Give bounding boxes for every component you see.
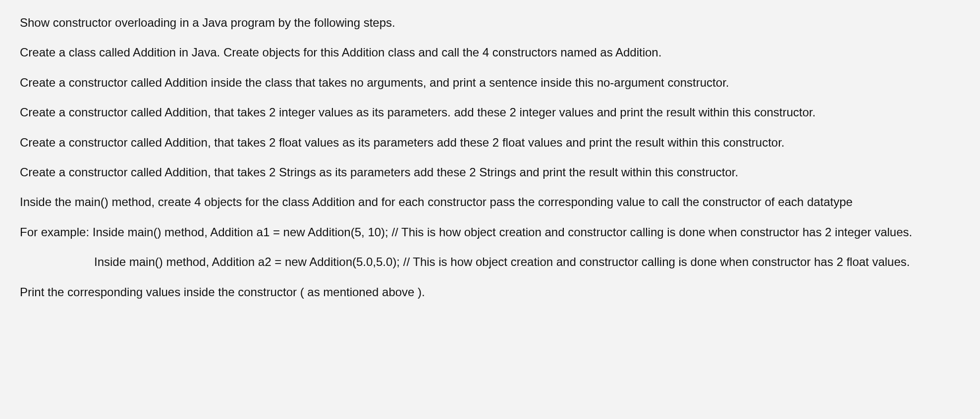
paragraph-int-constructor: Create a constructor called Addition, th… xyxy=(20,105,960,120)
paragraph-float-constructor: Create a constructor called Addition, th… xyxy=(20,135,960,151)
paragraph-example-float: Inside main() method, Addition a2 = new … xyxy=(20,254,960,270)
paragraph-main-objects: Inside the main() method, create 4 objec… xyxy=(20,194,960,210)
document-page: Show constructor overloading in a Java p… xyxy=(0,0,980,419)
paragraph-example-float-text: Inside main() method, Addition a2 = new … xyxy=(94,255,910,268)
paragraph-string-constructor: Create a constructor called Addition, th… xyxy=(20,164,960,180)
paragraph-example-int: For example: Inside main() method, Addit… xyxy=(20,224,960,240)
paragraph-no-arg-constructor: Create a constructor called Addition ins… xyxy=(20,75,960,91)
paragraph-intro: Show constructor overloading in a Java p… xyxy=(20,15,960,31)
paragraph-create-class: Create a class called Addition in Java. … xyxy=(20,45,960,60)
paragraph-print-values: Print the corresponding values inside th… xyxy=(20,284,960,300)
